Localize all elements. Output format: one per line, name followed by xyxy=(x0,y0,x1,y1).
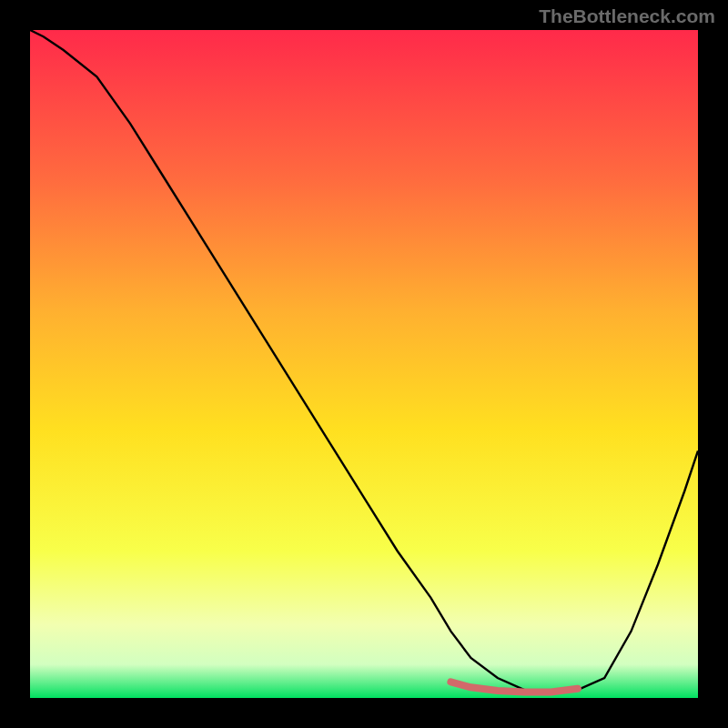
watermark-text: TheBottleneck.com xyxy=(539,5,715,27)
chart-area xyxy=(30,30,698,698)
gradient-background xyxy=(30,30,698,698)
